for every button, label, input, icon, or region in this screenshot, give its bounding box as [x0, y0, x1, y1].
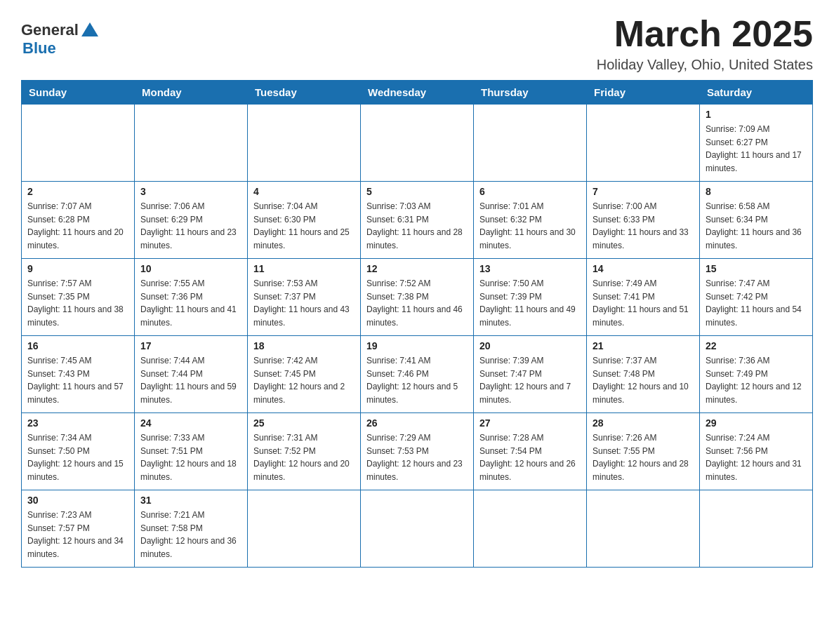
calendar-day-cell: 20Sunrise: 7:39 AMSunset: 7:47 PMDayligh…: [474, 336, 587, 413]
calendar-day-cell: [248, 490, 361, 568]
calendar-day-cell: [700, 490, 813, 568]
day-number: 24: [140, 417, 241, 429]
calendar-day-cell: 1Sunrise: 7:09 AMSunset: 6:27 PMDaylight…: [700, 105, 813, 182]
day-number: 14: [593, 263, 694, 274]
calendar-day-cell: 29Sunrise: 7:24 AMSunset: 7:56 PMDayligh…: [700, 413, 813, 490]
logo-triangle-icon: [81, 22, 98, 36]
location-title: Holiday Valley, Ohio, United States: [597, 57, 813, 73]
page-header: General Blue March 2025 Holiday Valley, …: [21, 14, 813, 73]
day-number: 30: [27, 495, 128, 506]
calendar-day-cell: 18Sunrise: 7:42 AMSunset: 7:45 PMDayligh…: [248, 336, 361, 413]
calendar-day-cell: 27Sunrise: 7:28 AMSunset: 7:54 PMDayligh…: [474, 413, 587, 490]
calendar-day-cell: 31Sunrise: 7:21 AMSunset: 7:58 PMDayligh…: [135, 490, 248, 568]
calendar-day-cell: [474, 105, 587, 182]
calendar-day-cell: 14Sunrise: 7:49 AMSunset: 7:41 PMDayligh…: [587, 259, 700, 336]
calendar-day-cell: 17Sunrise: 7:44 AMSunset: 7:44 PMDayligh…: [135, 336, 248, 413]
day-number: 29: [706, 417, 807, 429]
calendar-day-cell: [22, 105, 135, 182]
day-info: Sunrise: 7:23 AMSunset: 7:57 PMDaylight:…: [27, 509, 128, 561]
calendar-day-cell: 4Sunrise: 7:04 AMSunset: 6:30 PMDaylight…: [248, 182, 361, 259]
calendar-day-header: Sunday: [22, 81, 135, 105]
calendar-day-cell: [248, 105, 361, 182]
logo-general-label: General: [21, 21, 79, 39]
day-info: Sunrise: 7:34 AMSunset: 7:50 PMDaylight:…: [27, 431, 128, 483]
calendar-header-row: SundayMondayTuesdayWednesdayThursdayFrid…: [22, 81, 813, 105]
day-info: Sunrise: 7:36 AMSunset: 7:49 PMDaylight:…: [706, 354, 807, 406]
day-number: 19: [366, 340, 468, 351]
day-info: Sunrise: 7:26 AMSunset: 7:55 PMDaylight:…: [593, 431, 694, 483]
calendar-day-cell: 9Sunrise: 7:57 AMSunset: 7:35 PMDaylight…: [22, 259, 135, 336]
day-info: Sunrise: 7:44 AMSunset: 7:44 PMDaylight:…: [140, 354, 241, 406]
calendar-day-header: Saturday: [700, 81, 813, 105]
day-info: Sunrise: 7:55 AMSunset: 7:36 PMDaylight:…: [140, 277, 241, 329]
calendar-day-cell: 5Sunrise: 7:03 AMSunset: 6:31 PMDaylight…: [361, 182, 474, 259]
day-info: Sunrise: 7:39 AMSunset: 7:47 PMDaylight:…: [479, 354, 581, 406]
month-title: March 2025: [597, 14, 813, 54]
day-info: Sunrise: 7:57 AMSunset: 7:35 PMDaylight:…: [27, 277, 128, 329]
calendar-day-cell: 28Sunrise: 7:26 AMSunset: 7:55 PMDayligh…: [587, 413, 700, 490]
day-info: Sunrise: 7:21 AMSunset: 7:58 PMDaylight:…: [140, 509, 241, 561]
logo-general-text: General: [21, 21, 98, 39]
calendar-day-cell: 26Sunrise: 7:29 AMSunset: 7:53 PMDayligh…: [361, 413, 474, 490]
day-number: 11: [253, 263, 355, 274]
logo: General Blue: [21, 21, 98, 58]
calendar-day-cell: 10Sunrise: 7:55 AMSunset: 7:36 PMDayligh…: [135, 259, 248, 336]
day-number: 9: [27, 263, 128, 274]
day-info: Sunrise: 7:07 AMSunset: 6:28 PMDaylight:…: [27, 200, 128, 252]
day-info: Sunrise: 7:37 AMSunset: 7:48 PMDaylight:…: [593, 354, 694, 406]
calendar-day-cell: 19Sunrise: 7:41 AMSunset: 7:46 PMDayligh…: [361, 336, 474, 413]
day-number: 15: [706, 263, 807, 274]
day-info: Sunrise: 7:52 AMSunset: 7:38 PMDaylight:…: [366, 277, 468, 329]
day-info: Sunrise: 7:42 AMSunset: 7:45 PMDaylight:…: [253, 354, 355, 406]
calendar-day-cell: 23Sunrise: 7:34 AMSunset: 7:50 PMDayligh…: [22, 413, 135, 490]
calendar-week-row: 30Sunrise: 7:23 AMSunset: 7:57 PMDayligh…: [22, 490, 813, 568]
day-number: 25: [253, 417, 355, 429]
calendar-day-cell: 11Sunrise: 7:53 AMSunset: 7:37 PMDayligh…: [248, 259, 361, 336]
calendar-day-cell: 6Sunrise: 7:01 AMSunset: 6:32 PMDaylight…: [474, 182, 587, 259]
day-number: 1: [706, 109, 807, 120]
calendar-day-cell: [361, 105, 474, 182]
calendar-day-header: Friday: [587, 81, 700, 105]
day-info: Sunrise: 7:24 AMSunset: 7:56 PMDaylight:…: [706, 431, 807, 483]
day-number: 31: [140, 495, 241, 506]
calendar-day-cell: 13Sunrise: 7:50 AMSunset: 7:39 PMDayligh…: [474, 259, 587, 336]
day-number: 8: [706, 186, 807, 197]
calendar-day-cell: 2Sunrise: 7:07 AMSunset: 6:28 PMDaylight…: [22, 182, 135, 259]
day-info: Sunrise: 7:41 AMSunset: 7:46 PMDaylight:…: [366, 354, 468, 406]
calendar-day-cell: 25Sunrise: 7:31 AMSunset: 7:52 PMDayligh…: [248, 413, 361, 490]
day-info: Sunrise: 7:09 AMSunset: 6:27 PMDaylight:…: [706, 123, 807, 175]
day-info: Sunrise: 7:31 AMSunset: 7:52 PMDaylight:…: [253, 431, 355, 483]
calendar-day-header: Thursday: [474, 81, 587, 105]
day-info: Sunrise: 7:00 AMSunset: 6:33 PMDaylight:…: [593, 200, 694, 252]
day-number: 27: [479, 417, 581, 429]
logo-blue-label: Blue: [22, 39, 56, 58]
day-number: 13: [479, 263, 581, 274]
day-number: 6: [479, 186, 581, 197]
day-info: Sunrise: 7:53 AMSunset: 7:37 PMDaylight:…: [253, 277, 355, 329]
day-number: 28: [593, 417, 694, 429]
calendar-day-cell: 16Sunrise: 7:45 AMSunset: 7:43 PMDayligh…: [22, 336, 135, 413]
day-number: 16: [27, 340, 128, 351]
calendar-day-cell: [587, 105, 700, 182]
calendar-day-header: Tuesday: [248, 81, 361, 105]
day-number: 7: [593, 186, 694, 197]
calendar-day-cell: 24Sunrise: 7:33 AMSunset: 7:51 PMDayligh…: [135, 413, 248, 490]
day-info: Sunrise: 7:04 AMSunset: 6:30 PMDaylight:…: [253, 200, 355, 252]
day-info: Sunrise: 7:50 AMSunset: 7:39 PMDaylight:…: [479, 277, 581, 329]
day-number: 20: [479, 340, 581, 351]
day-info: Sunrise: 7:33 AMSunset: 7:51 PMDaylight:…: [140, 431, 241, 483]
day-info: Sunrise: 7:47 AMSunset: 7:42 PMDaylight:…: [706, 277, 807, 329]
day-info: Sunrise: 7:03 AMSunset: 6:31 PMDaylight:…: [366, 200, 468, 252]
day-number: 12: [366, 263, 468, 274]
day-number: 17: [140, 340, 241, 351]
day-info: Sunrise: 7:01 AMSunset: 6:32 PMDaylight:…: [479, 200, 581, 252]
day-number: 18: [253, 340, 355, 351]
calendar-table: SundayMondayTuesdayWednesdayThursdayFrid…: [21, 80, 813, 568]
day-info: Sunrise: 7:29 AMSunset: 7:53 PMDaylight:…: [366, 431, 468, 483]
calendar-day-cell: 7Sunrise: 7:00 AMSunset: 6:33 PMDaylight…: [587, 182, 700, 259]
calendar-day-header: Monday: [135, 81, 248, 105]
calendar-week-row: 1Sunrise: 7:09 AMSunset: 6:27 PMDaylight…: [22, 105, 813, 182]
day-info: Sunrise: 7:49 AMSunset: 7:41 PMDaylight:…: [593, 277, 694, 329]
calendar-day-cell: 15Sunrise: 7:47 AMSunset: 7:42 PMDayligh…: [700, 259, 813, 336]
day-info: Sunrise: 7:28 AMSunset: 7:54 PMDaylight:…: [479, 431, 581, 483]
